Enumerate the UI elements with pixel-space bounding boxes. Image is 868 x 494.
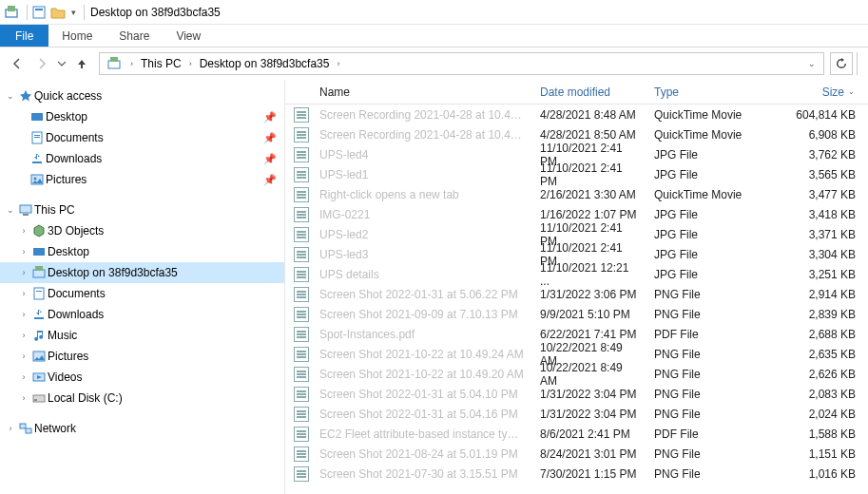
file-size: 1,151 KB <box>778 447 863 461</box>
file-name: Screen Shot 2022-01-31 at 5.04.16 PM <box>312 408 532 421</box>
folder-icon <box>30 223 48 238</box>
address-dropdown-icon[interactable]: ⌄ <box>804 59 820 68</box>
tree-item[interactable]: › Desktop <box>0 241 284 262</box>
file-row[interactable]: Right-click opens a new tab 2/16/2021 3:… <box>285 184 868 204</box>
expand-icon[interactable]: › <box>17 310 30 319</box>
chevron-right-icon[interactable]: › <box>185 59 196 68</box>
qat-folder-icon[interactable] <box>50 5 66 20</box>
svg-rect-6 <box>31 113 43 121</box>
file-name: UPS-led2 <box>312 228 532 241</box>
nav-recent-dropdown[interactable] <box>55 52 68 75</box>
folder-icon <box>30 328 48 343</box>
svg-rect-9 <box>34 137 40 138</box>
navigation-tree[interactable]: ⌄ Quick access Desktop 📌 Documents 📌 Dow… <box>0 80 285 494</box>
file-date: 8/6/2021 2:41 PM <box>532 428 646 441</box>
file-name: UPS details <box>312 268 532 281</box>
refresh-button[interactable] <box>830 52 853 75</box>
tree-quick-access[interactable]: ⌄ Quick access <box>0 86 284 106</box>
breadcrumb-current[interactable]: Desktop on 38f9d3bcfa35 <box>196 53 334 74</box>
file-name: Screen Shot 2022-01-31 at 5.04.10 PM <box>312 388 532 401</box>
svg-rect-24 <box>34 399 37 401</box>
file-type: QuickTime Movie <box>646 108 778 122</box>
folder-icon <box>30 349 48 364</box>
expand-icon[interactable]: › <box>17 372 30 382</box>
file-type: PNG File <box>646 408 778 421</box>
file-row[interactable]: Screen Shot 2022-01-31 at 5.06.22 PM 1/3… <box>285 284 868 304</box>
expand-icon[interactable]: › <box>17 393 30 403</box>
tree-item[interactable]: Downloads 📌 <box>0 148 284 169</box>
tree-item[interactable]: › Pictures <box>0 346 284 367</box>
file-row[interactable]: Screen Shot 2021-09-09 at 7.10.13 PM 9/9… <box>285 304 868 324</box>
tree-item[interactable]: › 3D Objects <box>0 220 284 241</box>
file-row[interactable]: Screen Shot 2021-10-22 at 10.49.20 AM 10… <box>285 364 868 384</box>
expand-icon[interactable]: › <box>17 226 30 236</box>
qat-properties-icon[interactable] <box>31 5 47 20</box>
collapse-icon[interactable]: ⌄ <box>4 91 17 101</box>
tree-item[interactable]: › Videos <box>0 367 284 388</box>
file-row[interactable]: Screen Recording 2021-04-28 at 10.44.05 … <box>285 104 868 124</box>
tree-item[interactable]: Desktop 📌 <box>0 106 284 127</box>
file-rows[interactable]: Screen Recording 2021-04-28 at 10.44.05 … <box>285 104 868 494</box>
file-row[interactable]: UPS-led1 11/10/2021 2:41 PM JPG File 3,5… <box>285 164 868 184</box>
address-bar[interactable]: › This PC › Desktop on 38f9d3bcfa35 › ⌄ <box>99 52 824 75</box>
tree-item[interactable]: › Desktop on 38f9d3bcfa35 <box>0 262 284 283</box>
file-type: PNG File <box>646 388 778 401</box>
tree-item-label: Downloads <box>48 308 277 321</box>
breadcrumb-root-icon[interactable] <box>104 53 126 74</box>
expand-icon[interactable]: › <box>17 289 30 298</box>
nav-back-button[interactable] <box>6 52 29 75</box>
expand-icon[interactable]: › <box>17 331 30 340</box>
search-box[interactable] <box>857 52 862 75</box>
tree-item[interactable]: Pictures 📌 <box>0 169 284 190</box>
ribbon-file-tab[interactable]: File <box>0 25 48 47</box>
file-icon <box>294 287 309 302</box>
chevron-right-icon[interactable]: › <box>126 59 137 68</box>
tree-item[interactable]: Documents 📌 <box>0 127 284 148</box>
svg-rect-4 <box>108 61 120 68</box>
file-row[interactable]: Screen Shot 2021-08-24 at 5.01.19 PM 8/2… <box>285 444 868 464</box>
nav-forward-button[interactable] <box>30 52 53 75</box>
file-type: JPG File <box>646 248 778 261</box>
column-name[interactable]: Name <box>312 80 532 104</box>
ribbon-tab-view[interactable]: View <box>163 25 214 47</box>
tree-item[interactable]: › Downloads <box>0 304 284 325</box>
ribbon-tab-share[interactable]: Share <box>106 25 163 47</box>
file-row[interactable]: UPS details 11/10/2021 12:21 ... JPG Fil… <box>285 264 868 284</box>
tree-network[interactable]: › Network <box>0 418 284 439</box>
folder-icon <box>30 307 48 322</box>
column-size[interactable]: Size⌄ <box>778 80 863 104</box>
file-size: 3,477 KB <box>778 188 863 201</box>
column-date[interactable]: Date modified <box>532 80 646 104</box>
column-type[interactable]: Type <box>646 80 778 104</box>
file-name: Screen Shot 2021-10-22 at 10.49.20 AM <box>312 368 532 381</box>
tree-item[interactable]: › Documents <box>0 283 284 304</box>
file-row[interactable]: Screen Shot 2022-01-31 at 5.04.16 PM 1/3… <box>285 404 868 424</box>
expand-icon[interactable]: › <box>17 352 30 361</box>
tree-item-label: Pictures <box>48 350 277 363</box>
svg-rect-18 <box>34 288 44 299</box>
qat-customize-icon[interactable]: ▾ <box>71 8 76 17</box>
folder-icon <box>30 390 48 406</box>
tree-item[interactable]: › Music <box>0 325 284 346</box>
breadcrumb-this-pc[interactable]: This PC <box>137 53 185 74</box>
collapse-icon[interactable]: ⌄ <box>4 205 17 215</box>
file-date: 10/22/2021 8:49 AM <box>532 361 646 388</box>
nav-up-button[interactable] <box>70 52 93 75</box>
file-row[interactable]: Screen Shot 2021-07-30 at 3.15.51 PM 7/3… <box>285 464 868 484</box>
file-row[interactable]: Screen Shot 2022-01-31 at 5.04.10 PM 1/3… <box>285 384 868 404</box>
expand-icon[interactable]: › <box>17 247 30 256</box>
expand-icon[interactable]: › <box>4 424 17 433</box>
star-icon <box>17 88 34 104</box>
tree-this-pc[interactable]: ⌄ This PC <box>0 200 284 220</box>
file-icon <box>294 307 309 322</box>
file-icon <box>294 367 309 382</box>
file-list: Name Date modified Type Size⌄ Screen Rec… <box>285 80 868 494</box>
tree-item[interactable]: › Local Disk (C:) <box>0 388 284 408</box>
file-row[interactable]: EC2 Fleet attribute-based instance type … <box>285 424 868 444</box>
ribbon-tab-home[interactable]: Home <box>48 25 106 47</box>
chevron-right-icon[interactable]: › <box>333 59 343 68</box>
file-icon <box>294 347 309 362</box>
file-name: UPS-led1 <box>312 168 532 181</box>
expand-icon[interactable]: › <box>17 268 30 277</box>
file-size: 3,418 KB <box>778 208 863 221</box>
